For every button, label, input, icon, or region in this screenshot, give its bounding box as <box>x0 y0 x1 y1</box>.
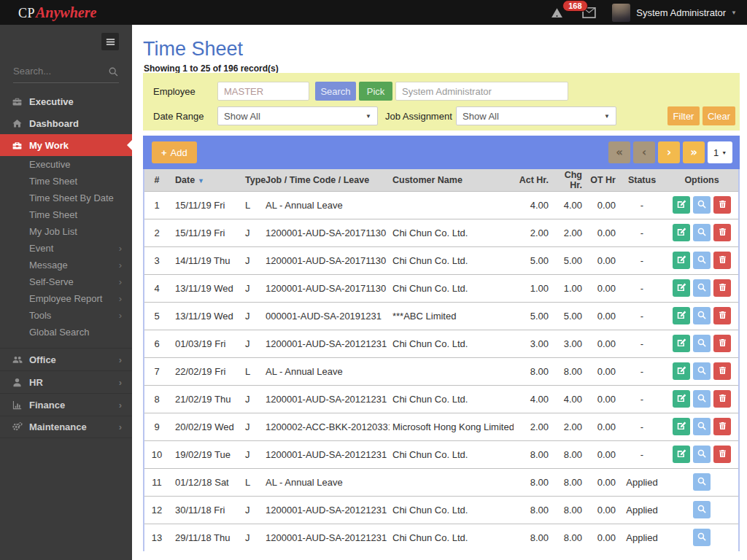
employee-pick-button[interactable]: Pick <box>359 82 392 101</box>
column-header-type[interactable]: Type <box>242 169 264 191</box>
user-menu-chevron-down-icon[interactable]: ▼ <box>731 9 737 16</box>
view-record-button[interactable] <box>693 279 711 297</box>
cell-ot-hr: 0.00 <box>585 524 619 551</box>
magnifier-icon <box>697 282 707 295</box>
sidebar-item-executive[interactable]: Executive › <box>0 156 132 173</box>
sidebar-item-hr[interactable]: HR › <box>0 370 132 393</box>
add-record-button[interactable]: +Add <box>152 141 197 163</box>
employee-search-button[interactable]: Search <box>315 82 356 101</box>
app-logo[interactable]: CPAnywhere <box>18 4 96 21</box>
column-header-act-hr[interactable]: Act Hr. <box>514 169 551 191</box>
column-header-ot-hr[interactable]: OT Hr <box>585 169 619 191</box>
sidebar-search-input[interactable] <box>13 66 108 77</box>
cell-row-number: 6 <box>144 330 169 357</box>
delete-record-button[interactable] <box>713 446 731 463</box>
column-header-job-time-code-leave[interactable]: Job / Time Code / Leave <box>264 169 390 191</box>
sidebar-item-executive[interactable]: Executive › <box>0 90 132 112</box>
edit-record-button[interactable] <box>673 362 690 380</box>
view-record-button[interactable] <box>693 224 711 241</box>
notification-count-badge[interactable]: 168 <box>562 0 587 12</box>
sidebar-item-maintenance[interactable]: Maintenance › <box>0 416 132 438</box>
sidebar-item-self-serve[interactable]: Self-Serve › <box>0 273 132 290</box>
sidebar-item-finance[interactable]: Finance › <box>0 393 132 416</box>
filter-button[interactable]: Filter <box>667 106 700 125</box>
sidebar-item-time-sheet[interactable]: Time Sheet › <box>0 206 132 223</box>
edit-record-button[interactable] <box>673 390 690 408</box>
employee-code-input[interactable] <box>217 82 309 101</box>
date-range-select[interactable]: Show All ▼ <box>217 106 378 125</box>
view-record-button[interactable] <box>693 529 711 546</box>
messages-envelope-icon[interactable]: 168 <box>582 7 596 18</box>
column-header-options[interactable]: Options <box>665 169 738 191</box>
delete-record-button[interactable] <box>713 390 731 408</box>
clear-button[interactable]: Clear <box>703 106 735 125</box>
sidebar-search-icon[interactable] <box>108 66 119 80</box>
hamburger-menu-icon[interactable] <box>101 33 119 50</box>
view-record-button[interactable] <box>693 390 711 408</box>
sidebar-item-time-sheet-by-date[interactable]: Time Sheet By Date › <box>0 190 132 206</box>
next-page-button[interactable]: › <box>658 141 680 163</box>
edit-record-button[interactable] <box>673 335 690 352</box>
view-record-button[interactable] <box>693 473 711 491</box>
edit-record-button[interactable] <box>673 307 690 324</box>
sidebar-item-label: My Work <box>29 140 69 151</box>
alert-warning-icon[interactable] <box>551 7 563 19</box>
view-record-button[interactable] <box>693 196 711 214</box>
view-record-button[interactable] <box>693 418 711 435</box>
user-avatar[interactable] <box>612 4 630 22</box>
view-record-button[interactable] <box>693 307 711 324</box>
delete-record-button[interactable] <box>713 335 731 352</box>
delete-record-button[interactable] <box>713 196 731 214</box>
delete-record-button[interactable] <box>713 279 731 297</box>
view-record-button[interactable] <box>693 362 711 380</box>
page-title: Time Sheet <box>143 38 243 61</box>
sidebar-item-label: Executive <box>29 159 70 170</box>
sidebar-item-my-work[interactable]: My Work › <box>0 134 132 156</box>
column-header-[interactable]: # <box>144 169 169 191</box>
view-record-button[interactable] <box>693 335 711 352</box>
column-header-date[interactable]: Date▼ <box>169 169 242 191</box>
view-record-button[interactable] <box>693 501 711 518</box>
sidebar-item-message[interactable]: Message › <box>0 257 132 273</box>
edit-record-button[interactable] <box>673 446 690 463</box>
view-record-button[interactable] <box>693 252 711 269</box>
last-page-button[interactable]: » <box>683 141 705 163</box>
briefcase-icon <box>12 96 23 107</box>
edit-record-button[interactable] <box>673 252 690 269</box>
cell-status: - <box>619 246 665 274</box>
date-range-label: Date Range <box>153 111 204 122</box>
column-header-status[interactable]: Status <box>619 169 665 191</box>
chevron-right-icon: › <box>119 260 122 271</box>
cell-customer-name <box>390 468 514 496</box>
column-header-chg-hr[interactable]: Chg Hr. <box>551 169 585 191</box>
edit-record-button[interactable] <box>673 196 690 214</box>
delete-record-button[interactable] <box>713 418 731 435</box>
employee-name-field[interactable] <box>395 82 568 101</box>
delete-record-button[interactable] <box>713 224 731 241</box>
edit-record-button[interactable] <box>673 418 690 435</box>
sidebar-item-dashboard[interactable]: Dashboard › <box>0 112 132 134</box>
page-number-select[interactable]: 1 ▼ <box>708 141 732 163</box>
sidebar-item-time-sheet[interactable]: Time Sheet › <box>0 173 132 190</box>
delete-record-button[interactable] <box>713 252 731 269</box>
edit-record-button[interactable] <box>673 279 690 297</box>
sidebar-item-label: Global Search <box>29 327 89 338</box>
sidebar-item-employee-report[interactable]: Employee Report › <box>0 290 132 307</box>
sidebar-item-event[interactable]: Event › <box>0 240 132 257</box>
sidebar-item-office[interactable]: Office › <box>0 348 132 370</box>
cell-ot-hr: 0.00 <box>585 357 619 385</box>
delete-record-button[interactable] <box>713 362 731 380</box>
column-header-customer-name[interactable]: Customer Name <box>390 169 514 191</box>
job-assignment-select[interactable]: Show All ▼ <box>456 106 616 125</box>
user-menu-label[interactable]: System Administrator <box>636 7 726 18</box>
delete-record-button[interactable] <box>713 307 731 324</box>
sidebar-item-my-job-list[interactable]: My Job List › <box>0 223 132 240</box>
cell-status: Applied <box>619 524 665 551</box>
toolbox-icon <box>12 140 23 151</box>
cell-customer-name: Chi Chun Co. Ltd. <box>390 496 514 524</box>
sidebar-item-label: Time Sheet By Date <box>29 192 114 203</box>
view-record-button[interactable] <box>693 446 711 463</box>
edit-record-button[interactable] <box>673 224 690 241</box>
sidebar-item-global-search[interactable]: Global Search › <box>0 324 132 341</box>
sidebar-item-tools[interactable]: Tools › <box>0 307 132 324</box>
